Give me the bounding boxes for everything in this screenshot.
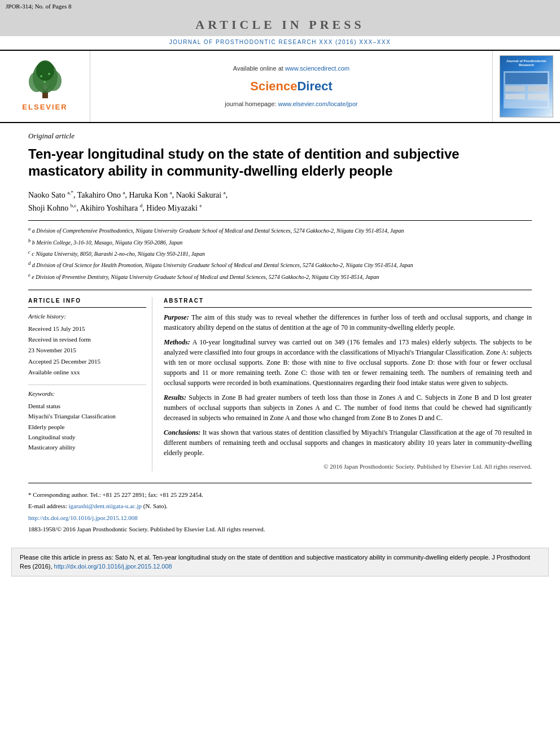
affiliation-e: e e Division of Preventive Dentistry, Ni… <box>28 272 532 282</box>
affiliations-block: a a Division of Comprehensive Prosthodon… <box>28 225 532 282</box>
svg-point-9 <box>43 81 46 83</box>
issn-line: 1883-1958/© 2016 Japan Prosthodontic Soc… <box>28 525 532 535</box>
article-info-column: Article Info Article history: Received 1… <box>28 297 152 471</box>
footer-divider <box>28 483 532 483</box>
elsevier-logo-box: ELSEVIER <box>0 51 90 122</box>
journal-title-line: Journal of Prosthodontic Research XXX (2… <box>0 36 560 51</box>
keyword-3: Elderly people <box>28 423 146 431</box>
article-type-label: Original article <box>28 131 532 141</box>
abstract-heading: Abstract <box>164 297 532 308</box>
citation-doi-link[interactable]: http://dx.doi.org/10.1016/j.jpor.2015.12… <box>54 563 172 570</box>
svg-rect-11 <box>505 73 548 84</box>
email-note: E-mail address: igarashi@dent.niigata-u.… <box>28 501 532 512</box>
abstract-purpose: Purpose: The aim of this study was to re… <box>164 312 532 333</box>
keywords-label: Keywords: <box>28 385 146 398</box>
elsevier-brand: ELSEVIER <box>22 102 67 112</box>
sciencedirect-logo: ScienceDirect <box>250 78 333 95</box>
article-in-press-banner: ARTICLE IN PRESS <box>0 13 560 36</box>
journal-cover-title: Journal of Prosthodontic Research <box>502 59 550 67</box>
article-info-heading: Article Info <box>28 297 146 308</box>
svg-rect-15 <box>528 94 548 99</box>
citation-box: Please cite this article in press as: Sa… <box>11 548 549 576</box>
main-content: Original article Ten-year longitudinal s… <box>0 123 560 477</box>
svg-rect-13 <box>528 86 548 91</box>
top-bar: JPOR-314; No. of Pages 8 <box>0 0 560 13</box>
abstract-methods: Methods: A 10-year longitudinal survey w… <box>164 337 532 388</box>
header-section: ELSEVIER Available online at www.science… <box>0 51 560 123</box>
authors-line: Naoko Sato a,*, Takahiro Ono a, Haruka K… <box>28 189 532 215</box>
footnotes-section: * Corresponding author. Tel.: +81 25 227… <box>0 488 560 542</box>
svg-rect-12 <box>505 86 525 91</box>
banner-text: ARTICLE IN PRESS <box>195 18 364 32</box>
history-received: Received 15 July 2015 <box>28 325 146 333</box>
affil-divider <box>28 220 532 221</box>
two-column-section: Article Info Article history: Received 1… <box>28 290 532 471</box>
journal-cover-box: Journal of Prosthodontic Research <box>492 51 560 122</box>
keyword-5: Masticatory ability <box>28 443 146 452</box>
abstract-column: Abstract Purpose: The aim of this study … <box>164 297 532 471</box>
svg-rect-16 <box>505 101 548 107</box>
affiliation-b: b b Meirin College, 3-16-10, Masago, Nii… <box>28 237 532 247</box>
elsevier-tree-icon <box>20 60 71 100</box>
article-history-label: Article history: <box>28 312 146 321</box>
journal-title-text: Journal of Prosthodontic Research XXX (2… <box>169 39 391 45</box>
doi-line: http://dx.doi.org/10.1016/j.jpor.2015.12… <box>28 513 532 523</box>
email-link[interactable]: igarashi@dent.niigata-u.ac.jp <box>68 503 142 509</box>
abstract-conclusions: Conclusions: It was shown that various s… <box>164 427 532 458</box>
center-info: Available online at www.sciencedirect.co… <box>90 51 492 122</box>
top-bar-reference: JPOR-314; No. of Pages 8 <box>6 2 71 11</box>
journal-homepage: journal homepage: www.elsevier.com/locat… <box>225 100 357 108</box>
available-online-url[interactable]: www.sciencedirect.com <box>285 65 349 72</box>
journal-cover-image: Journal of Prosthodontic Research <box>500 55 553 117</box>
doi-link[interactable]: http://dx.doi.org/10.1016/j.jpor.2015.12… <box>28 514 138 521</box>
svg-point-8 <box>48 73 50 75</box>
keyword-1: Dental status <box>28 402 146 410</box>
affiliation-d: d d Division of Oral Science for Health … <box>28 260 532 270</box>
history-revised-label: Received in revised form <box>28 335 146 344</box>
journal-homepage-url[interactable]: www.elsevier.com/locate/jpor <box>278 101 357 107</box>
affiliation-a: a a Division of Comprehensive Prosthodon… <box>28 225 532 235</box>
svg-point-7 <box>40 75 42 77</box>
svg-rect-14 <box>505 94 525 99</box>
abstract-results: Results: Subjects in Zone B had greater … <box>164 392 532 423</box>
available-online-label: Available online at www.sciencedirect.co… <box>233 64 349 73</box>
history-available: Available online xxx <box>28 368 146 377</box>
affiliation-c: c c Niigata University, 8050, Ikarashi 2… <box>28 248 532 259</box>
abstract-copyright: © 2016 Japan Prosthodontic Society. Publ… <box>164 462 532 471</box>
history-revised-date: 23 November 2015 <box>28 346 146 355</box>
corresponding-author-note: * Corresponding author. Tel.: +81 25 227… <box>28 490 532 500</box>
svg-point-6 <box>36 60 54 81</box>
keyword-2: Miyachi's Triangular Classification <box>28 412 146 421</box>
article-title: Ten-year longitudinal study on the state… <box>28 146 532 180</box>
history-accepted: Accepted 25 December 2015 <box>28 357 146 366</box>
journal-cover-decoration <box>502 70 550 110</box>
keyword-4: Longitudinal study <box>28 433 146 442</box>
